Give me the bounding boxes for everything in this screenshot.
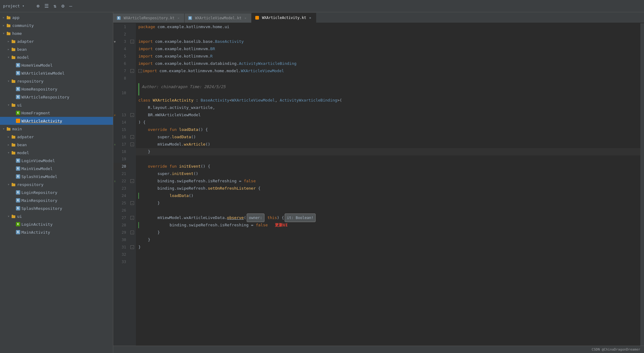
tree-item-wxarticlerespository[interactable]: K WXArticleRespository bbox=[0, 93, 113, 101]
ln-31: 31 bbox=[113, 243, 129, 251]
tree-item-mainrespository[interactable]: K MainRespository bbox=[0, 196, 113, 204]
tree-item-community[interactable]: community bbox=[0, 21, 113, 29]
label-main-model: model bbox=[17, 150, 29, 155]
fold-listener[interactable]: - bbox=[130, 201, 134, 205]
code-content[interactable]: package com.example.kotlinmvvm.home.ui i… bbox=[136, 23, 640, 346]
tree-item-home-bean[interactable]: bean bbox=[0, 45, 113, 53]
tree-item-homerespository[interactable]: K HomeRespository bbox=[0, 85, 113, 93]
tree-item-wxarticleactivity[interactable]: K WXArticleActivity bbox=[0, 117, 113, 125]
tree-item-home-respository[interactable]: respository bbox=[0, 77, 113, 85]
fold-fun1[interactable]: - bbox=[130, 143, 134, 146]
code-line-14: R.layout.activity_wxarticle, bbox=[136, 104, 640, 111]
toolbar-icon-list[interactable]: ☰ bbox=[43, 2, 50, 10]
svg-rect-19 bbox=[12, 135, 13, 136]
tab-wxarticleactivity[interactable]: K WXArticleActivity.kt × bbox=[252, 13, 316, 23]
tree-item-mainviewmodel[interactable]: K MainViewModel bbox=[0, 165, 113, 173]
svg-rect-14 bbox=[12, 104, 15, 107]
g28 bbox=[129, 221, 136, 229]
folder-icon-main-bean bbox=[11, 142, 16, 147]
arrow-main bbox=[1, 126, 6, 131]
toolbar-icon-sync[interactable]: ⊕ bbox=[35, 2, 41, 10]
tree-item-home[interactable]: home bbox=[0, 29, 113, 37]
arrow-home-respository bbox=[6, 79, 11, 84]
tree-item-main-ui[interactable]: ui bbox=[0, 212, 113, 220]
label-main-adpater: adpater bbox=[17, 135, 34, 139]
tree-item-main-respository[interactable]: respository bbox=[0, 180, 113, 188]
ln-16: 16 bbox=[113, 133, 129, 141]
ln-19: 19 bbox=[113, 155, 129, 163]
tree-item-homeviewmodel[interactable]: K HomeViewModel bbox=[0, 61, 113, 69]
code-line-4: import com.example.kotlinmvvm.BR bbox=[136, 45, 640, 53]
tree-item-splashviewmodel[interactable]: K SplashViewModel bbox=[0, 173, 113, 180]
folder-icon-app bbox=[6, 15, 11, 20]
arrow-homefragment bbox=[11, 110, 16, 115]
fold-fun2[interactable]: - bbox=[130, 179, 134, 183]
ln-9 bbox=[113, 82, 129, 89]
fold-class[interactable]: - bbox=[130, 113, 134, 117]
tree-item-app[interactable]: app bbox=[0, 13, 113, 21]
label-main: main bbox=[12, 127, 22, 131]
code-line-28 bbox=[136, 207, 640, 214]
ln-15: 15 bbox=[113, 126, 129, 133]
fold-brace2[interactable]: - bbox=[130, 216, 134, 220]
svg-rect-4 bbox=[7, 32, 10, 35]
svg-rect-8 bbox=[12, 48, 15, 51]
tree-item-main-bean[interactable]: bean bbox=[0, 141, 113, 149]
ln-32: 32 bbox=[113, 251, 129, 258]
fold-imports2[interactable]: - bbox=[130, 69, 134, 73]
label-splashviewmodel: SplashViewModel bbox=[21, 174, 57, 179]
tree-item-main-adpater[interactable]: adpater bbox=[0, 133, 113, 141]
svg-rect-7 bbox=[12, 40, 13, 41]
tree-item-loginactivity[interactable]: K LoginActivity bbox=[0, 220, 113, 228]
kt-icon-homerespository: K bbox=[16, 87, 20, 91]
arrow-loginrepository bbox=[11, 190, 16, 195]
code-line-13: class WXArticleActivity : BaseActivity<W… bbox=[136, 97, 640, 104]
arrow-app bbox=[1, 15, 6, 20]
fold-imports[interactable]: - bbox=[130, 40, 134, 43]
label-splashrespository: SplashRespository bbox=[21, 206, 62, 211]
tab-close-3[interactable]: × bbox=[308, 16, 312, 20]
tree-item-loginviewmodel[interactable]: K LoginViewModel bbox=[0, 157, 113, 165]
tab-close-1[interactable]: × bbox=[176, 16, 181, 20]
tab-wxarticlerespository[interactable]: K WXArticleRespository.kt × bbox=[113, 13, 185, 23]
svg-rect-13 bbox=[12, 80, 13, 80]
tab-close-2[interactable]: × bbox=[243, 16, 248, 20]
fold-brace[interactable]: - bbox=[130, 135, 134, 139]
tree-item-main[interactable]: main bbox=[0, 125, 113, 133]
tree-item-loginrepository[interactable]: K LoginRepository bbox=[0, 188, 113, 196]
toolbar-icon-settings[interactable]: ⚙ bbox=[60, 2, 66, 10]
right-scrollbar[interactable] bbox=[640, 23, 644, 346]
g7: - bbox=[129, 67, 136, 75]
tree-item-main-model[interactable]: model bbox=[0, 149, 113, 157]
tree-item-adapter[interactable]: adapter bbox=[0, 37, 113, 45]
tree-item-homefragment[interactable]: K HomeFragment bbox=[0, 109, 113, 117]
arrow-home-ui bbox=[6, 102, 11, 107]
fold-observe2[interactable]: - bbox=[130, 245, 134, 249]
label-loginviewmodel: LoginViewModel bbox=[21, 158, 55, 163]
ln-30: 30 bbox=[113, 236, 129, 243]
toolbar-icon-collapse[interactable]: ⇅ bbox=[52, 2, 58, 10]
fold-import-block[interactable]: - bbox=[138, 69, 142, 73]
tab-wxarticleviewmodel[interactable]: K WXArticleViewModel.kt × bbox=[185, 13, 252, 23]
tree-item-splashrespository[interactable]: K SplashRespository bbox=[0, 204, 113, 212]
toolbar-icon-minimize[interactable]: — bbox=[68, 2, 73, 10]
tooltip-it: it: Boolean! bbox=[285, 214, 316, 222]
ln-22: ↑ 22 bbox=[113, 177, 129, 185]
fold-observe[interactable]: - bbox=[130, 231, 134, 234]
label-mainrespository: MainRespository bbox=[21, 198, 57, 203]
kt-icon-mainrespository: K bbox=[16, 198, 20, 203]
code-line-30: binding.swipeRefresh.isRefreshing = fals… bbox=[136, 221, 640, 229]
tree-item-mainactivity[interactable]: K MainActivity bbox=[0, 228, 113, 236]
tab-label-2: WXArticleViewModel.kt bbox=[195, 16, 242, 20]
tree-item-wxarticleviewmodel[interactable]: K WXArticleViewModel bbox=[0, 69, 113, 77]
project-dropdown-icon[interactable]: ▾ bbox=[22, 4, 24, 8]
label-wxarticleactivity: WXArticleActivity bbox=[21, 119, 62, 123]
arrow-home bbox=[1, 31, 6, 36]
tree-item-home-model[interactable]: model bbox=[0, 53, 113, 61]
svg-rect-9 bbox=[12, 48, 13, 49]
kt-icon-mainactivity: K bbox=[16, 230, 20, 234]
code-line-8 bbox=[136, 75, 640, 82]
ln-1: 1 bbox=[113, 23, 129, 31]
g1 bbox=[129, 23, 136, 31]
tree-item-home-ui[interactable]: ui bbox=[0, 101, 113, 109]
